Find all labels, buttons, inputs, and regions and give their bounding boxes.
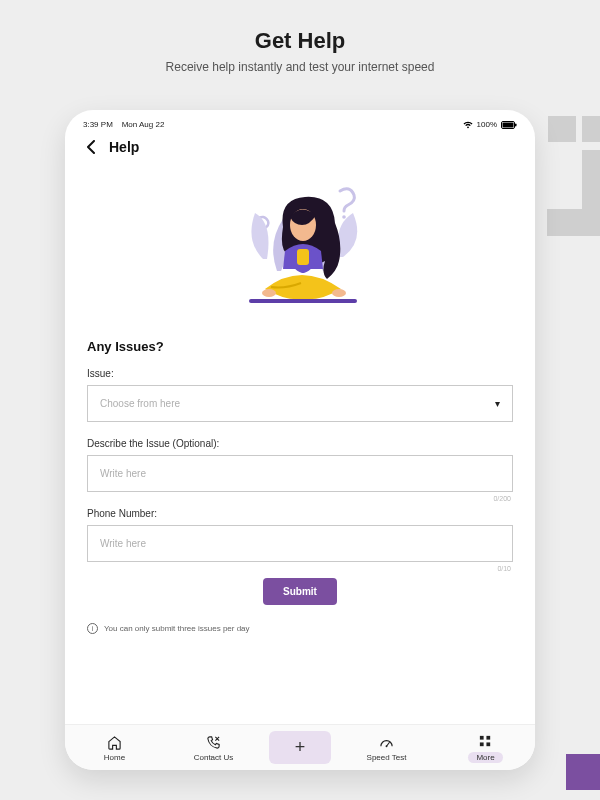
section-title: Any Issues? xyxy=(87,339,513,354)
page-title: Get Help xyxy=(0,28,600,54)
nav-label: More xyxy=(468,752,502,763)
phone-counter: 0/10 xyxy=(497,565,511,572)
bg-deco-block xyxy=(582,116,600,142)
bottom-nav: Home Contact Us + Speed Test More xyxy=(65,724,535,770)
issue-field: Issue: Choose from here ▾ xyxy=(87,368,513,422)
status-time: 3:39 PM xyxy=(83,120,113,129)
svg-rect-6 xyxy=(297,249,309,265)
app-header: Help xyxy=(65,133,535,165)
caret-down-icon: ▾ xyxy=(495,398,500,409)
bg-deco-accent xyxy=(566,754,600,790)
wifi-icon xyxy=(463,121,473,129)
svg-point-7 xyxy=(262,289,276,297)
describe-field: Describe the Issue (Optional): 0/200 xyxy=(87,438,513,492)
help-illustration xyxy=(87,179,513,319)
issue-placeholder: Choose from here xyxy=(100,398,180,409)
svg-rect-1 xyxy=(503,122,514,127)
svg-rect-11 xyxy=(480,735,484,739)
tablet-frame: 3:39 PM Mon Aug 22 100% Help xyxy=(65,110,535,770)
nav-add-button[interactable]: + xyxy=(269,731,331,764)
status-bar: 3:39 PM Mon Aug 22 100% xyxy=(65,110,535,133)
submit-button[interactable]: Submit xyxy=(263,578,337,605)
nav-label: Speed Test xyxy=(367,753,407,762)
gauge-icon xyxy=(379,734,395,750)
svg-rect-14 xyxy=(486,742,490,746)
svg-rect-2 xyxy=(515,123,517,126)
svg-point-10 xyxy=(386,745,388,747)
nav-home[interactable]: Home xyxy=(65,725,164,770)
battery-percent: 100% xyxy=(477,120,497,129)
phone-input[interactable] xyxy=(87,525,513,562)
svg-rect-12 xyxy=(486,735,490,739)
info-row: i You can only submit three issues per d… xyxy=(87,623,513,634)
describe-label: Describe the Issue (Optional): xyxy=(87,438,513,449)
status-date: Mon Aug 22 xyxy=(122,120,165,129)
header-title: Help xyxy=(109,139,139,155)
svg-rect-13 xyxy=(480,742,484,746)
describe-counter: 0/200 xyxy=(493,495,511,502)
battery-icon xyxy=(501,121,517,129)
chevron-left-icon xyxy=(86,140,96,154)
info-icon: i xyxy=(87,623,98,634)
status-left: 3:39 PM Mon Aug 22 xyxy=(83,120,164,129)
plus-icon: + xyxy=(295,737,306,758)
issue-select[interactable]: Choose from here ▾ xyxy=(87,385,513,422)
bg-deco-block xyxy=(548,116,576,142)
svg-point-8 xyxy=(332,289,346,297)
svg-point-3 xyxy=(342,215,346,219)
page-subtitle: Receive help instantly and test your int… xyxy=(0,60,600,74)
content-area: Any Issues? Issue: Choose from here ▾ De… xyxy=(65,165,535,724)
grid-icon xyxy=(478,733,494,749)
phone-icon xyxy=(206,734,222,750)
nav-speed[interactable]: Speed Test xyxy=(337,725,436,770)
bg-deco-block xyxy=(547,209,600,236)
info-text: You can only submit three issues per day xyxy=(104,624,250,633)
phone-label: Phone Number: xyxy=(87,508,513,519)
issue-label: Issue: xyxy=(87,368,513,379)
home-icon xyxy=(107,734,123,750)
nav-contact[interactable]: Contact Us xyxy=(164,725,263,770)
back-button[interactable] xyxy=(83,139,99,155)
svg-rect-9 xyxy=(249,299,357,303)
phone-field: Phone Number: 0/10 xyxy=(87,508,513,562)
describe-input[interactable] xyxy=(87,455,513,492)
nav-label: Contact Us xyxy=(194,753,234,762)
nav-label: Home xyxy=(104,753,125,762)
status-right: 100% xyxy=(463,120,517,129)
nav-more[interactable]: More xyxy=(436,725,535,770)
